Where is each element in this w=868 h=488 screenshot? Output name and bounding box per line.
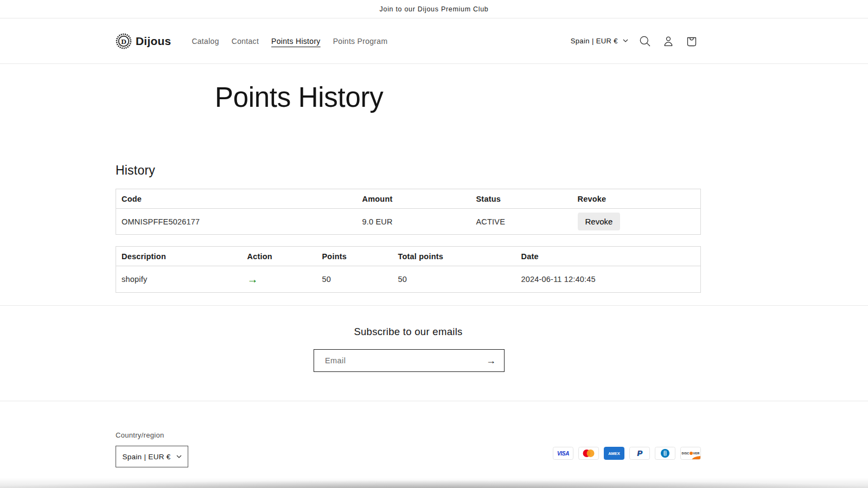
- amount-cell: 9.0 EUR: [357, 209, 471, 235]
- codes-header-revoke: Revoke: [572, 189, 701, 209]
- chevron-down-icon: [623, 39, 628, 43]
- events-table: Description Action Points Total points D…: [116, 246, 701, 293]
- page-title: Points History: [215, 82, 383, 114]
- discover-ball-icon: [690, 452, 693, 455]
- discover-icon: DISCVER: [680, 447, 701, 460]
- table-row: shopify → 50 50 2024-06-11 12:40:45: [116, 266, 701, 293]
- country-currency-value: Spain | EUR €: [571, 37, 618, 45]
- discover-swoosh: [692, 456, 701, 460]
- codes-header-code: Code: [116, 189, 357, 209]
- payment-methods: VISA AMEX P: [553, 447, 701, 460]
- site-footer: Country/region Spain | EUR € VISA AMEX P: [0, 401, 868, 488]
- status-cell: ACTIVE: [471, 209, 572, 235]
- codes-header-status: Status: [471, 189, 572, 209]
- country-region-label: Country/region: [116, 431, 164, 439]
- brand-emblem-icon: D: [116, 33, 132, 49]
- events-table-header-row: Description Action Points Total points D…: [116, 247, 701, 266]
- codes-table: Code Amount Status Revoke OMNISPFFE50261…: [116, 189, 701, 235]
- codes-table-header-row: Code Amount Status Revoke: [116, 189, 701, 209]
- diners-club-icon: [655, 447, 675, 460]
- site-header: D Dijous Catalog Contact Points History …: [0, 18, 868, 64]
- description-cell: shopify: [116, 266, 242, 293]
- table-row: OMNISPFFE5026177 9.0 EUR ACTIVE Revoke: [116, 209, 701, 235]
- search-button[interactable]: [639, 35, 652, 48]
- account-button[interactable]: [662, 35, 675, 48]
- brand-name: Dijous: [136, 35, 171, 48]
- nav-item-contact[interactable]: Contact: [232, 37, 259, 46]
- codes-header-amount: Amount: [357, 189, 471, 209]
- account-icon: [662, 35, 674, 47]
- mastercard-icon: [578, 447, 599, 460]
- email-field[interactable]: [314, 356, 478, 365]
- brand-logo[interactable]: D Dijous: [116, 33, 171, 49]
- events-header-action: Action: [242, 247, 317, 266]
- events-header-points: Points: [317, 247, 393, 266]
- arrow-right-icon: →: [486, 355, 496, 366]
- country-currency-selector[interactable]: Spain | EUR €: [571, 37, 628, 45]
- events-header-description: Description: [116, 247, 242, 266]
- events-header-total-points: Total points: [393, 247, 516, 266]
- points-cell: 50: [317, 266, 393, 293]
- footer-country-selector[interactable]: Spain | EUR €: [116, 446, 188, 467]
- green-arrow-right-icon: →: [247, 273, 258, 285]
- newsletter-section: Subscribe to our emails →: [0, 305, 868, 401]
- svg-text:D: D: [121, 37, 126, 46]
- nav-item-catalog[interactable]: Catalog: [192, 37, 219, 46]
- events-header-date: Date: [516, 247, 701, 266]
- revoke-cell: Revoke: [572, 209, 701, 235]
- cart-button[interactable]: [685, 35, 698, 48]
- newsletter-heading: Subscribe to our emails: [116, 326, 701, 338]
- newsletter-form: →: [314, 349, 505, 372]
- page: Join to our Dijous Premium Club D Dijous…: [0, 0, 868, 488]
- code-cell: OMNISPFFE5026177: [116, 209, 357, 235]
- newsletter-submit-button[interactable]: →: [478, 350, 504, 371]
- nav-item-points-program[interactable]: Points Program: [333, 37, 388, 46]
- amex-icon: AMEX: [604, 447, 624, 460]
- newsletter-inner: Subscribe to our emails →: [116, 326, 701, 372]
- total-points-cell: 50: [393, 266, 516, 293]
- search-icon: [639, 35, 651, 47]
- announcement-bar: Join to our Dijous Premium Club: [0, 0, 868, 18]
- paypal-icon: P: [629, 447, 650, 460]
- revoke-button[interactable]: Revoke: [578, 213, 621, 230]
- footer-country-value: Spain | EUR €: [122, 453, 170, 461]
- header-actions: Spain | EUR €: [571, 35, 698, 48]
- visa-icon: VISA: [553, 447, 573, 460]
- nav-item-points-history[interactable]: Points History: [271, 37, 321, 46]
- announcement-text: Join to our Dijous Premium Club: [380, 5, 489, 13]
- main-nav: Catalog Contact Points History Points Pr…: [192, 37, 387, 46]
- date-cell: 2024-06-11 12:40:45: [516, 266, 701, 293]
- history-heading: History: [116, 163, 701, 178]
- chevron-down-icon: [176, 455, 182, 459]
- action-cell: →: [242, 266, 317, 293]
- cart-icon: [686, 35, 698, 47]
- history-section: History Code Amount Status Revoke OMNISP…: [116, 163, 701, 293]
